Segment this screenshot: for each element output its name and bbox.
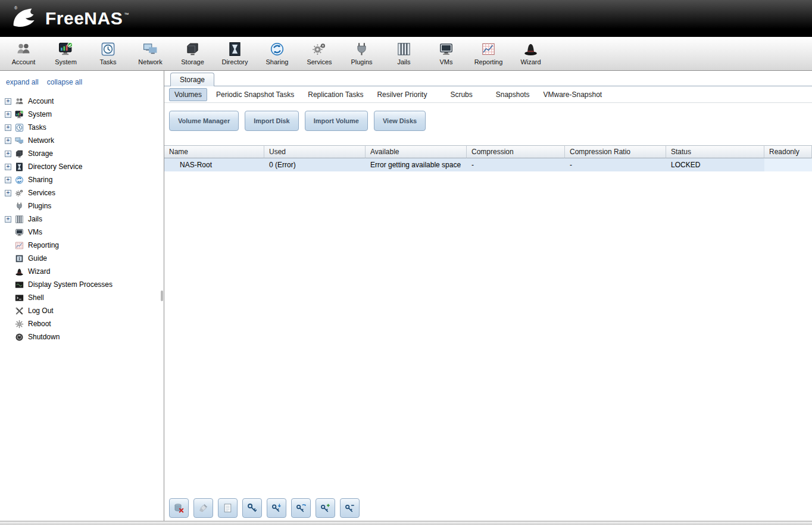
services-icon <box>15 189 24 198</box>
registered-mark: ® <box>14 6 17 10</box>
subtab-volumes[interactable]: Volumes <box>169 88 207 101</box>
splitter-handle[interactable] <box>161 290 163 301</box>
sidebar-item-shell[interactable]: Shell <box>5 291 164 304</box>
freenas-logo[interactable]: ® FreeNAS ™ <box>12 7 129 30</box>
subtab-resilver-priority[interactable]: Resilver Priority <box>372 89 432 101</box>
collapse-all-link[interactable]: collapse all <box>47 78 82 86</box>
main-panel: Storage Volumes Periodic Snapshot Tasks … <box>164 71 812 521</box>
add-recovery-key-button[interactable] <box>316 498 335 518</box>
column-header-compression-ratio[interactable]: Compression Ratio <box>565 145 666 158</box>
services-icon <box>312 42 327 57</box>
expand-icon[interactable] <box>5 111 11 118</box>
remove-recovery-key-button[interactable] <box>340 498 360 518</box>
sidebar-item-log-out[interactable]: Log Out <box>5 304 164 317</box>
scrub-volume-button[interactable] <box>193 498 213 518</box>
sidebar-item-directory-service[interactable]: Directory Service <box>5 160 164 173</box>
sidebar-item-reporting[interactable]: Reporting <box>5 239 164 252</box>
subtab-vmware-snapshot[interactable]: VMware-Snapshot <box>538 89 607 101</box>
toolbar-label: Services <box>307 58 332 65</box>
toolbar-item-sharing[interactable]: Sharing <box>256 37 298 70</box>
volume-footer-actions <box>164 498 812 518</box>
cell-readonly <box>764 158 812 171</box>
column-header-readonly[interactable]: Readonly <box>764 145 812 158</box>
expand-icon[interactable] <box>5 164 11 170</box>
expand-icon[interactable] <box>5 151 11 157</box>
expand-icon[interactable] <box>5 216 11 223</box>
window-bottom-strip[interactable] <box>0 521 812 525</box>
expand-icon[interactable] <box>5 190 11 196</box>
toolbar-item-system[interactable]: System <box>45 37 87 70</box>
add-recovery-key-icon <box>320 503 330 513</box>
remove-recovery-key-icon <box>345 503 355 513</box>
column-header-name[interactable]: Name <box>164 145 264 158</box>
column-header-status[interactable]: Status <box>666 145 764 158</box>
sidebar-item-network[interactable]: Network <box>5 134 164 147</box>
sidebar-item-storage[interactable]: Storage <box>5 147 164 160</box>
toolbar-label: Tasks <box>99 58 116 65</box>
sidebar-item-services[interactable]: Services <box>5 186 164 199</box>
sidebar-item-label: System <box>28 110 52 118</box>
toolbar-item-tasks[interactable]: Tasks <box>87 37 129 70</box>
sidebar-item-wizard[interactable]: Wizard <box>5 265 164 278</box>
toolbar-item-plugins[interactable]: Plugins <box>341 37 383 70</box>
volume-status-icon <box>223 503 233 513</box>
download-key-button[interactable] <box>267 498 286 518</box>
expand-all-link[interactable]: expand all <box>6 78 39 86</box>
freenas-fin-icon <box>12 7 40 30</box>
sidebar-item-plugins[interactable]: Plugins <box>5 199 164 212</box>
toolbar-item-wizard[interactable]: Wizard <box>510 37 552 70</box>
expand-icon[interactable] <box>5 138 11 144</box>
sharing-icon <box>15 176 24 185</box>
sidebar-item-shutdown[interactable]: Shutdown <box>5 330 164 343</box>
subtab-periodic-snapshot-tasks[interactable]: Periodic Snapshot Tasks <box>211 89 299 101</box>
column-header-available[interactable]: Available <box>366 145 467 158</box>
toolbar-item-services[interactable]: Services <box>298 37 341 70</box>
upload-key-button[interactable] <box>242 498 262 518</box>
table-row[interactable]: NAS-Root 0 (Error) Error getting availab… <box>164 158 812 171</box>
account-icon <box>15 97 24 106</box>
sidebar-item-vms[interactable]: VMs <box>5 226 164 239</box>
sidebar-item-display-system-processes[interactable]: Display System Processes <box>5 278 164 291</box>
toolbar-item-reporting[interactable]: Reporting <box>467 37 510 70</box>
subtab-scrubs[interactable]: Scrubs <box>445 89 477 101</box>
expand-icon[interactable] <box>5 177 11 183</box>
sidebar-item-system[interactable]: System <box>5 108 164 121</box>
column-header-used[interactable]: Used <box>264 145 366 158</box>
cell-compression-ratio: - <box>565 158 666 171</box>
volume-status-button[interactable] <box>218 498 238 518</box>
sidebar-item-label: Tasks <box>28 123 46 132</box>
sidebar-item-label: Shell <box>28 293 44 302</box>
import-volume-button[interactable]: Import Volume <box>305 111 368 131</box>
sidebar-item-label: Directory Service <box>28 162 82 171</box>
sidebar-item-reboot[interactable]: Reboot <box>5 317 164 330</box>
import-disk-button[interactable]: Import Disk <box>245 111 299 131</box>
expand-icon[interactable] <box>5 98 11 105</box>
column-header-compression[interactable]: Compression <box>467 145 565 158</box>
toolbar-item-directory[interactable]: Directory <box>214 37 256 70</box>
sidebar-item-jails[interactable]: Jails <box>5 212 164 226</box>
toolbar-item-network[interactable]: Network <box>129 37 171 70</box>
cell-status: LOCKED <box>666 158 764 171</box>
subtab-snapshots[interactable]: Snapshots <box>491 89 535 101</box>
sidebar-item-label: Services <box>28 189 55 197</box>
detach-volume-icon <box>174 503 184 513</box>
volume-manager-button[interactable]: Volume Manager <box>169 111 239 131</box>
toolbar-item-vms[interactable]: VMs <box>425 37 467 70</box>
toolbar-item-jails[interactable]: Jails <box>383 37 425 70</box>
subtab-bar: Volumes Periodic Snapshot Tasks Replicat… <box>164 86 812 103</box>
toolbar-item-account[interactable]: Account <box>2 37 45 70</box>
sidebar-item-sharing[interactable]: Sharing <box>5 173 164 186</box>
sidebar-item-tasks[interactable]: Tasks <box>5 121 164 134</box>
detach-volume-button[interactable] <box>169 498 189 518</box>
subtab-replication-tasks[interactable]: Replication Tasks <box>303 89 368 101</box>
toolbar-item-storage[interactable]: Storage <box>171 37 214 70</box>
toolbar-label: System <box>55 58 77 65</box>
cell-used: 0 (Error) <box>264 158 366 171</box>
view-disks-button[interactable]: View Disks <box>374 111 426 131</box>
sidebar-item-guide[interactable]: Guide <box>5 252 164 265</box>
tab-storage[interactable]: Storage <box>170 73 214 86</box>
expand-icon[interactable] <box>5 124 11 131</box>
encryption-rekey-button[interactable] <box>291 498 311 518</box>
scrub-volume-icon <box>198 503 208 513</box>
sidebar-item-account[interactable]: Account <box>5 95 164 108</box>
